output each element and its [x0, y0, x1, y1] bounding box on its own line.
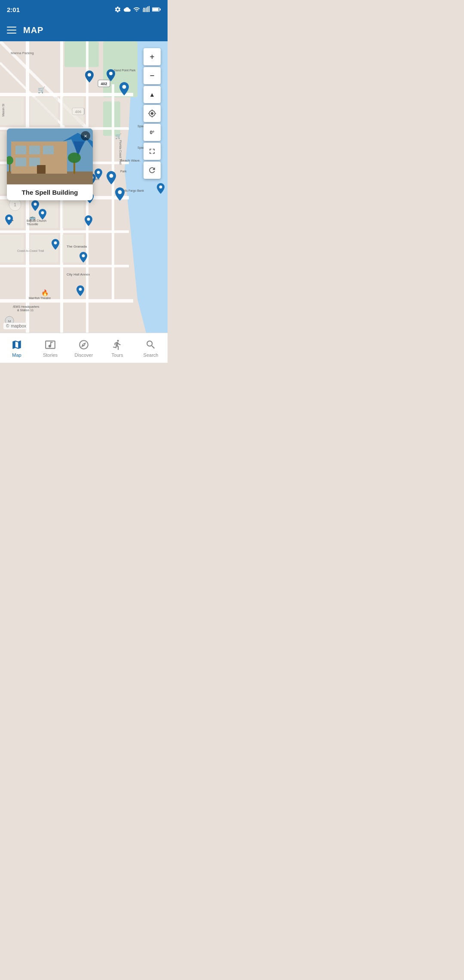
svg-text:& Station 11: & Station 11 [17, 309, 34, 312]
nav-search-label: Search [143, 352, 159, 358]
svg-rect-2 [146, 7, 147, 12]
svg-point-87 [97, 171, 100, 174]
svg-rect-0 [143, 9, 144, 12]
search-nav-icon [145, 339, 157, 351]
svg-rect-3 [147, 6, 148, 12]
fullscreen-button[interactable] [143, 143, 161, 160]
degree-button[interactable]: 0° [143, 124, 161, 141]
svg-rect-109 [15, 158, 26, 166]
svg-rect-18 [0, 299, 133, 303]
svg-rect-33 [62, 97, 84, 125]
map-container[interactable]: 1 406 402 Marina Parking [0, 41, 168, 333]
svg-rect-43 [30, 235, 58, 263]
svg-point-81 [109, 72, 113, 75]
popup-image [7, 129, 93, 184]
svg-rect-17 [0, 265, 129, 267]
compass-button[interactable]: ▲ [143, 86, 161, 103]
status-time: 2:01 [7, 6, 20, 13]
svg-text:🔥: 🔥 [41, 289, 49, 297]
svg-rect-107 [29, 146, 40, 154]
status-icons [114, 6, 161, 13]
svg-text:Coast-to-Coast Trail: Coast-to-Coast Trail [17, 249, 44, 252]
status-bar: 2:01 [0, 0, 168, 19]
nav-tours-label: Tours [112, 352, 123, 358]
svg-text:Mason St: Mason St [2, 104, 5, 116]
svg-point-97 [159, 186, 162, 189]
svg-rect-11 [64, 41, 99, 67]
svg-rect-6 [153, 8, 159, 11]
tours-nav-icon [111, 339, 123, 351]
svg-text:/EMS Headquarters: /EMS Headquarters [13, 305, 40, 309]
svg-point-93 [87, 218, 90, 221]
nav-stories-label: Stories [43, 352, 58, 358]
svg-rect-32 [30, 97, 58, 125]
svg-point-92 [41, 211, 44, 214]
nav-tours[interactable]: Tours [101, 339, 134, 358]
locate-button[interactable] [143, 105, 161, 122]
app-header: MAP [0, 19, 168, 41]
svg-text:Florida Coast Trail: Florida Coast Trail [119, 140, 122, 165]
svg-rect-1 [144, 8, 145, 12]
svg-rect-42 [0, 235, 24, 263]
refresh-button[interactable] [143, 162, 161, 179]
svg-rect-111 [37, 165, 46, 174]
svg-text:Titusville: Titusville [27, 223, 38, 226]
svg-rect-16 [0, 230, 129, 233]
stories-nav-icon [44, 339, 56, 351]
svg-point-100 [122, 85, 126, 89]
svg-rect-40 [0, 200, 24, 228]
mapbox-text: mapbox [11, 324, 26, 328]
svg-text:402: 402 [101, 82, 107, 86]
svg-point-95 [82, 254, 85, 257]
cloud-icon [124, 6, 131, 13]
svg-rect-4 [149, 6, 150, 12]
bottom-navigation: Map Stories Discover Tours [0, 333, 168, 363]
svg-rect-108 [43, 146, 54, 154]
svg-point-90 [34, 203, 37, 206]
mapbox-logo: © [6, 324, 9, 328]
nav-map-label: Map [12, 352, 21, 358]
zoom-out-button[interactable]: − [143, 67, 161, 84]
menu-button[interactable] [7, 27, 16, 34]
svg-text:Beach Wave.: Beach Wave. [120, 159, 140, 162]
svg-point-99 [110, 174, 113, 178]
svg-point-91 [8, 217, 11, 220]
svg-point-96 [79, 288, 82, 291]
nav-search[interactable]: Search [134, 339, 168, 358]
svg-rect-44 [62, 200, 84, 228]
battery-icon [152, 6, 161, 13]
nav-map[interactable]: Map [0, 339, 34, 358]
svg-rect-22 [112, 84, 114, 299]
svg-text:Marina Parking: Marina Parking [11, 51, 34, 55]
wifi-icon [133, 6, 140, 13]
svg-text:The Granada: The Granada [67, 245, 87, 248]
svg-text:🛒: 🛒 [38, 86, 46, 94]
svg-point-115 [68, 153, 81, 163]
nav-discover-label: Discover [75, 352, 93, 358]
svg-text:City Hall Annex: City Hall Annex [67, 273, 90, 276]
map-controls: + − ▲ 0° [143, 48, 161, 179]
map-nav-icon [11, 339, 23, 351]
svg-point-98 [118, 190, 122, 194]
svg-rect-106 [15, 146, 26, 154]
settings-icon [114, 6, 121, 13]
svg-text:Marrfish Theatre: Marrfish Theatre [29, 297, 51, 300]
svg-text:🛒: 🛒 [115, 133, 122, 139]
svg-text:Park: Park [120, 170, 127, 173]
zoom-in-button[interactable]: + [143, 48, 161, 65]
nav-stories[interactable]: Stories [34, 339, 67, 358]
page-title: MAP [23, 25, 43, 35]
svg-text:🚌: 🚌 [29, 214, 36, 221]
svg-rect-7 [160, 9, 161, 10]
svg-point-94 [54, 242, 57, 245]
popup-title: The Spell Building [7, 184, 93, 200]
map-attribution: © mapbox [3, 323, 29, 329]
location-popup[interactable]: × [7, 129, 93, 200]
signal-icon [143, 6, 150, 13]
discover-nav-icon [78, 339, 90, 351]
svg-text:Sand Point Park: Sand Point Park [114, 69, 136, 72]
svg-point-80 [88, 73, 91, 77]
nav-discover[interactable]: Discover [67, 339, 101, 358]
